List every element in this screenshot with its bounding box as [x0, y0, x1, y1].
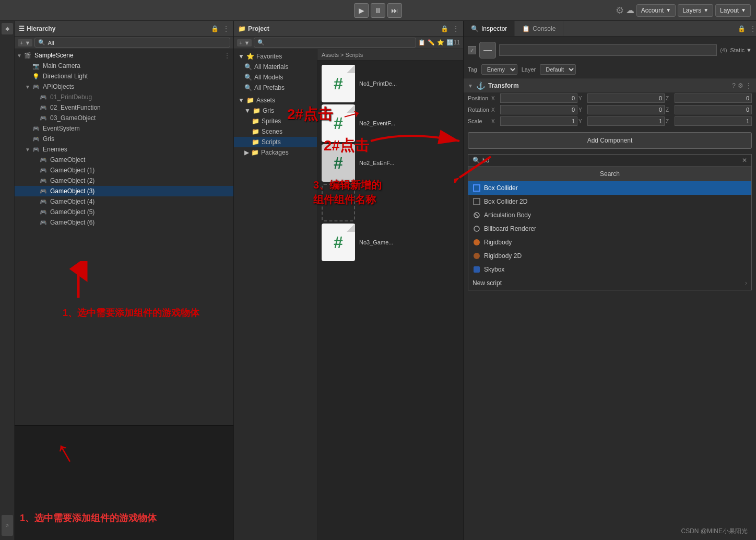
scene-menu-icon[interactable]: ⋮ [224, 52, 230, 59]
project-add-button[interactable]: + ▼ [237, 39, 252, 46]
tab-console[interactable]: 📋 Console [515, 21, 563, 36]
search-clear-button[interactable]: ✕ [742, 157, 747, 164]
position-xyz: X Y Z [491, 93, 752, 103]
list-item[interactable]: ▶ 📁 Packages [234, 147, 317, 158]
static-toggle[interactable]: Static ▼ [730, 47, 752, 53]
inspector-tab-icon: 🔍 [471, 25, 479, 32]
project-icon-1[interactable]: 📋 [418, 39, 426, 46]
list-item[interactable]: Rigidbody 2D [468, 249, 751, 263]
corner-fold [347, 65, 355, 73]
list-item[interactable]: Skybox [468, 263, 751, 276]
svg-rect-0 [474, 185, 480, 191]
component-header-transform[interactable]: ▼ ⚓ Transform ? ⚙ ⋮ [464, 79, 756, 92]
list-item[interactable]: Articulation Body [468, 208, 751, 222]
item-label: Directional Light [43, 73, 88, 80]
list-item[interactable]: 📷 Main Camera [15, 61, 233, 71]
project-lock-icon[interactable]: 🔒 [441, 25, 448, 32]
transform-help-icon[interactable]: ? [732, 82, 736, 89]
project-icon-2[interactable]: ✏️ [428, 39, 435, 46]
hierarchy-search-box: 🔍 [34, 38, 230, 48]
step-button[interactable]: ⏭ [387, 3, 402, 18]
rotation-z-input[interactable] [675, 105, 752, 114]
project-icon-3[interactable]: ⭐ [437, 39, 444, 46]
hierarchy-search-input[interactable] [48, 40, 227, 46]
layer-select[interactable]: Default [540, 64, 576, 75]
list-item[interactable]: ▼ 📁 Assets [234, 95, 317, 105]
list-item[interactable] [322, 184, 459, 221]
list-item[interactable]: # No1_PrintDe... [322, 65, 459, 102]
list-item[interactable]: 🎮 GameObject (6) [15, 217, 233, 228]
list-item[interactable]: 🎮 GameObject (3) [15, 186, 233, 196]
light-icon: 💡 [32, 73, 41, 80]
list-item[interactable]: ▼ 🎮 APIObjects [15, 81, 233, 92]
list-item[interactable]: 🎮 GameObject (4) [15, 196, 233, 207]
project-menu-icon[interactable]: ⋮ [453, 25, 459, 32]
search-button[interactable]: Search [468, 167, 751, 181]
list-item[interactable]: 🎮 GameObject [15, 155, 233, 165]
list-item[interactable]: New script › [468, 276, 751, 290]
hierarchy-lock-icon[interactable]: 🔒 [211, 25, 219, 32]
list-item[interactable]: 🎮 01_PrintDebug [15, 92, 233, 102]
component-search-input[interactable] [482, 157, 740, 164]
tab-inspector[interactable]: 🔍 Inspector [464, 21, 515, 36]
new-script-arrow: › [745, 279, 747, 287]
bottom-icon-1[interactable]: s [2, 515, 13, 536]
layout-button[interactable]: Layout ▼ [715, 4, 751, 17]
rotation-x-input[interactable] [500, 105, 577, 114]
list-item[interactable]: 🔍 All Materials [234, 62, 317, 72]
list-item[interactable]: 🔍 All Models [234, 72, 317, 83]
list-item[interactable]: Billboard Renderer [468, 222, 751, 236]
play-button[interactable]: ▶ [354, 3, 369, 18]
inspector-lock-icon[interactable]: 🔒 [738, 25, 746, 32]
object-icon: 🎮 [40, 167, 48, 174]
list-item[interactable]: 🎮 02_EventFunction [15, 102, 233, 113]
list-item[interactable]: # No2_EventF... [322, 104, 459, 142]
list-item[interactable]: # No2_EsEnF... [322, 144, 459, 182]
tag-select[interactable]: Enemy [481, 64, 517, 75]
transform-menu-icon[interactable]: ⋮ [746, 82, 752, 89]
list-item[interactable]: 🎮 GameObject (5) [15, 207, 233, 217]
position-x-input[interactable] [500, 93, 577, 103]
position-y-input[interactable] [587, 93, 665, 103]
account-button[interactable]: Account ▼ [636, 4, 676, 17]
project-search-box: 🔍 [254, 38, 416, 48]
rotation-y-input[interactable] [587, 105, 665, 114]
list-item[interactable]: ▼ 📁 Gris [234, 105, 317, 116]
inspector-menu-icon[interactable]: ⋮ [750, 25, 756, 32]
list-item[interactable]: 🎮 EventSystem [15, 123, 233, 134]
list-item[interactable]: 🎮 GameObject (1) [15, 165, 233, 175]
list-item[interactable]: 📁 Sprites [234, 116, 317, 126]
list-item[interactable]: ▼ 🎮 Enemies [15, 144, 233, 155]
list-item[interactable]: 📁 Scenes [234, 126, 317, 137]
scale-y-input[interactable] [587, 116, 665, 126]
scale-z-input[interactable] [675, 116, 752, 126]
hierarchy-add-button[interactable]: + ▼ [18, 39, 32, 46]
list-item[interactable]: Box Collider 2D [468, 195, 751, 208]
list-item[interactable]: 📁 Scripts [234, 137, 317, 147]
list-item[interactable]: # No3_Game... [322, 224, 459, 261]
project-search-input[interactable] [267, 40, 412, 46]
list-item[interactable]: 🔍 All Prefabs [234, 83, 317, 93]
list-item[interactable]: 💡 Directional Light [15, 71, 233, 81]
layers-button[interactable]: Layers ▼ [678, 4, 713, 17]
component-label: Articulation Body [484, 212, 531, 219]
list-item[interactable]: ▼ ⭐ Favorites [234, 51, 317, 62]
pause-button[interactable]: ⏸ [371, 3, 385, 18]
rotation-x-field: X [491, 105, 577, 114]
list-item[interactable]: 🎮 GameObject (2) [15, 175, 233, 186]
svg-rect-7 [474, 266, 480, 273]
list-item[interactable]: Rigidbody [468, 236, 751, 249]
list-item[interactable]: Box Collider [468, 181, 751, 195]
list-item[interactable]: 🎮 03_GameObject [15, 113, 233, 123]
object-name-input[interactable] [499, 44, 717, 56]
transform-settings-icon[interactable]: ⚙ [738, 82, 743, 89]
scale-x-input[interactable] [500, 116, 577, 126]
object-active-checkbox[interactable]: ✓ [468, 46, 476, 54]
list-item[interactable]: 🎮 Gris [15, 134, 233, 144]
list-item[interactable]: ▼ 🎬 SampleScene ⋮ [15, 50, 233, 61]
add-component-button[interactable]: Add Component [468, 132, 752, 149]
left-icon-1[interactable]: ✱ [2, 23, 13, 34]
hierarchy-menu-icon[interactable]: ⋮ [223, 25, 229, 32]
object-icon: 🎮 [40, 209, 48, 216]
position-z-input[interactable] [675, 93, 752, 103]
